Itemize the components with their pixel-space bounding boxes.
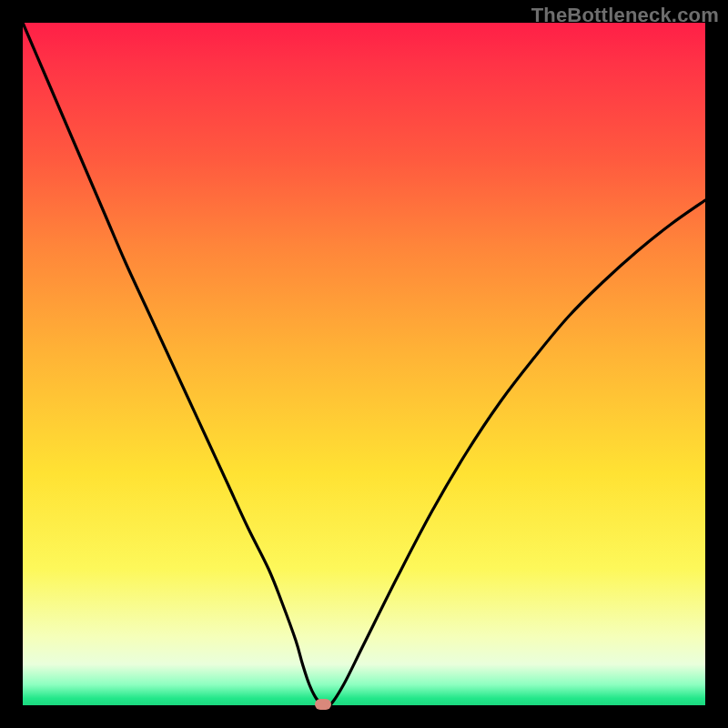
plot-area — [23, 23, 705, 705]
bottleneck-curve — [23, 23, 705, 705]
watermark-text: TheBottleneck.com — [531, 4, 719, 27]
minimum-marker — [315, 699, 331, 710]
